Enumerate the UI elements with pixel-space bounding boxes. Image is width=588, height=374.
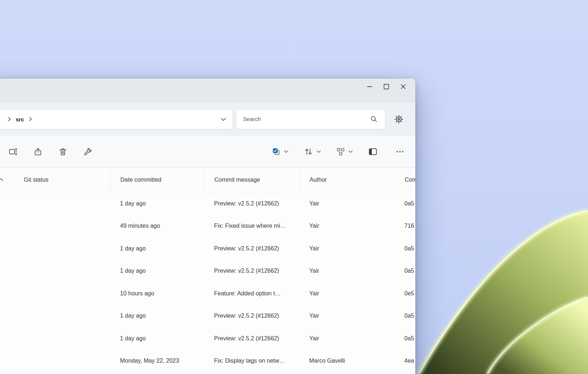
chevron-right-icon[interactable] xyxy=(4,117,15,121)
more-icon xyxy=(395,147,405,156)
chevron-down-icon xyxy=(348,150,353,153)
chevron-up-icon[interactable] xyxy=(0,178,4,182)
column-header-git-status[interactable]: Git status xyxy=(0,168,110,192)
cell-commit-message: Feature: Added option t… xyxy=(204,290,299,297)
cell-author: Yair xyxy=(299,200,394,207)
chevron-down-icon xyxy=(316,150,321,153)
toolbar-left-group xyxy=(4,143,97,160)
chevron-down-icon xyxy=(284,150,289,153)
file-list: 1 day ago Preview: v2.5.2 (#12662) Yair … xyxy=(0,192,415,374)
cell-commit: 4ea xyxy=(394,358,415,364)
preview-pane-button[interactable] xyxy=(364,143,382,160)
cell-commit: 0e5 xyxy=(394,290,415,297)
column-header-commit[interactable]: Commit xyxy=(394,168,415,192)
cell-author: Yair xyxy=(299,290,394,297)
cell-commit: 0a5 xyxy=(394,335,415,342)
file-row[interactable]: 1 day ago Preview: v2.5.2 (#12662) Yair … xyxy=(0,260,415,283)
close-button[interactable] xyxy=(395,79,412,94)
cell-commit: 0a5 xyxy=(394,245,415,252)
cell-author: Yair xyxy=(299,245,394,252)
more-options-button[interactable] xyxy=(391,143,409,160)
command-bar: src Search xyxy=(0,103,415,136)
cell-commit: 0a5 xyxy=(394,268,415,274)
minimize-icon xyxy=(365,82,374,91)
settings-button[interactable] xyxy=(390,110,408,128)
file-row[interactable]: 10 hours ago Feature: Added option t… Ya… xyxy=(0,282,415,305)
file-row[interactable]: 1 day ago Preview: v2.5.2 (#12662) Yair … xyxy=(0,237,415,260)
select-dropdown-button[interactable] xyxy=(267,143,293,160)
cell-commit-message: Preview: v2.5.2 (#12662) xyxy=(204,335,299,342)
address-bar[interactable]: src xyxy=(0,109,233,129)
rename-button[interactable] xyxy=(4,143,22,160)
cell-commit-message: Fix: Fixed issue where mi… xyxy=(204,223,299,229)
address-dropdown-button[interactable] xyxy=(220,117,226,121)
cell-date-committed: 1 day ago xyxy=(110,245,204,252)
toolbar-right-group xyxy=(267,143,409,160)
cell-author: Yair xyxy=(299,313,394,319)
file-row[interactable]: 1 day ago Preview: v2.5.2 (#12662) Yair … xyxy=(0,192,415,215)
cell-commit-message: Preview: v2.5.2 (#12662) xyxy=(204,313,299,319)
layout-icon xyxy=(336,147,345,156)
caption-buttons xyxy=(361,79,412,94)
preview-pane-icon xyxy=(368,147,378,156)
cell-author: Marco Gavelli xyxy=(299,358,394,364)
cell-commit-message: Preview: v2.5.2 (#12662) xyxy=(204,200,299,207)
column-header-author[interactable]: Author xyxy=(299,168,394,192)
search-placeholder: Search xyxy=(243,116,261,122)
cell-commit: 716 xyxy=(394,223,415,229)
breadcrumb-segment[interactable]: src xyxy=(15,116,25,122)
cell-date-committed: 1 day ago xyxy=(110,200,204,207)
file-row[interactable]: 1 day ago Preview: v2.5.2 (#12662) Yair … xyxy=(0,327,415,350)
cell-author: Yair xyxy=(299,223,394,229)
chevron-down-icon xyxy=(220,117,226,121)
cell-author: Yair xyxy=(299,268,394,274)
cell-commit: 0a5 xyxy=(394,313,415,319)
share-button[interactable] xyxy=(29,143,47,160)
search-icon xyxy=(370,115,378,124)
maximize-icon xyxy=(382,82,391,91)
column-header-label: Git status xyxy=(24,177,49,183)
cell-date-committed: 1 day ago xyxy=(110,313,204,319)
file-row[interactable]: 1 day ago Preview: v2.5.2 (#12662) Yair … xyxy=(0,305,415,328)
layout-dropdown-button[interactable] xyxy=(332,143,357,160)
wallpaper-bloom xyxy=(412,206,588,374)
column-header-date-committed[interactable]: Date committed xyxy=(110,168,204,192)
cell-date-committed: 1 day ago xyxy=(110,335,204,342)
column-header-commit-message[interactable]: Commit message xyxy=(204,168,299,192)
cell-commit-message: Preview: v2.5.2 (#12662) xyxy=(204,245,299,252)
properties-icon xyxy=(83,147,93,156)
sort-icon xyxy=(304,147,313,156)
sort-dropdown-button[interactable] xyxy=(300,143,325,160)
file-row[interactable]: 49 minutes ago Fix: Fixed issue where mi… xyxy=(0,215,415,238)
chevron-right-icon[interactable] xyxy=(25,117,36,121)
close-icon xyxy=(399,82,408,91)
cell-date-committed: 10 hours ago xyxy=(110,290,204,297)
window-titlebar[interactable] xyxy=(0,79,415,103)
search-input[interactable]: Search xyxy=(236,109,385,129)
file-manager-window: src Search xyxy=(0,79,415,374)
delete-icon xyxy=(58,147,68,156)
table-header: Git status Date committed Commit message… xyxy=(0,167,415,192)
properties-button[interactable] xyxy=(79,143,97,160)
delete-button[interactable] xyxy=(54,143,72,160)
settings-gear-icon xyxy=(394,114,404,124)
cell-commit-message: Fix: Display tags on netw… xyxy=(204,358,299,364)
minimize-button[interactable] xyxy=(361,79,378,94)
cell-commit: 0a5 xyxy=(394,200,415,207)
cell-author: Yair xyxy=(299,335,394,342)
cell-date-committed: Monday, May 22, 2023 xyxy=(110,358,204,364)
share-icon xyxy=(33,147,43,156)
cell-date-committed: 1 day ago xyxy=(110,268,204,274)
cell-date-committed: 49 minutes ago xyxy=(110,223,204,229)
select-checkbox-icon xyxy=(272,147,281,156)
rename-icon xyxy=(8,147,18,156)
cell-commit-message: Preview: v2.5.2 (#12662) xyxy=(204,268,299,274)
toolbar xyxy=(0,136,415,167)
maximize-button[interactable] xyxy=(378,79,395,94)
file-row[interactable]: Monday, May 22, 2023 Fix: Display tags o… xyxy=(0,350,415,373)
